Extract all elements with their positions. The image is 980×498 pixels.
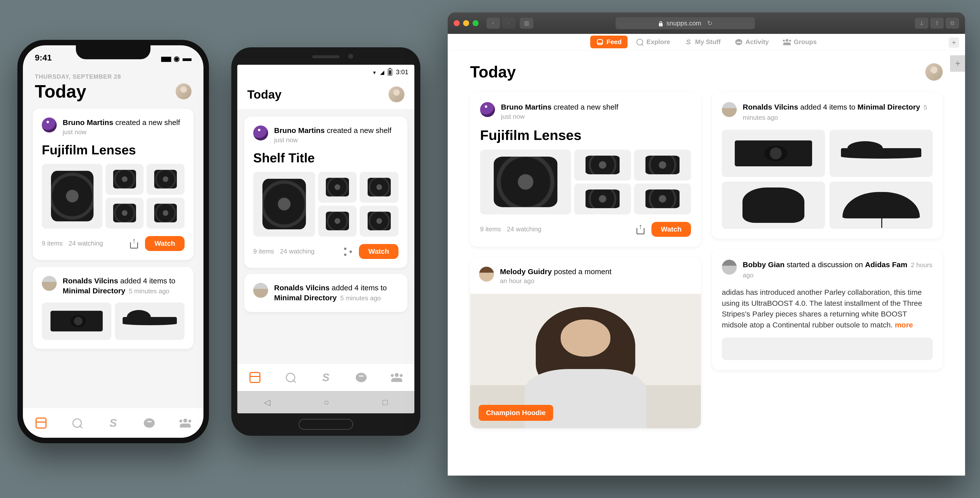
item-thumb[interactable]	[253, 172, 315, 236]
item-thumb[interactable]	[574, 184, 631, 214]
author-name[interactable]: Bruno Martins	[274, 126, 325, 134]
tab-activity[interactable]	[355, 372, 367, 383]
author-name[interactable]: Bruno Martins	[63, 118, 113, 126]
author-avatar[interactable]	[480, 102, 495, 117]
status-time: 3:01	[396, 68, 409, 76]
author-avatar[interactable]	[42, 276, 57, 291]
nav-back-button[interactable]: ‹	[487, 18, 500, 29]
tab-mystuff[interactable]: S	[107, 417, 119, 429]
watch-button[interactable]: Watch	[359, 244, 398, 259]
minimize-window-button[interactable]	[463, 20, 469, 26]
shelf-link[interactable]: Minimal Directory	[858, 103, 920, 111]
feed-card-items[interactable]: Ronalds Vilcins added 4 items to Minimal…	[712, 92, 943, 239]
item-thumb[interactable]	[634, 150, 691, 180]
item-thumb[interactable]	[360, 206, 398, 236]
group-link[interactable]: Adidas Fam	[865, 260, 907, 269]
item-thumb[interactable]	[480, 150, 571, 214]
tab-explore[interactable]	[285, 372, 296, 383]
item-thumb[interactable]	[722, 130, 825, 177]
android-back-button[interactable]	[264, 397, 270, 407]
author-name[interactable]: Bobby Gian	[743, 260, 784, 269]
item-thumb[interactable]	[634, 184, 691, 214]
item-thumb[interactable]	[105, 164, 143, 195]
author-name[interactable]: Ronalds Vilcins	[743, 103, 798, 111]
nav-activity[interactable]: Activity	[729, 36, 775, 48]
read-more-link[interactable]: more	[895, 321, 913, 329]
feed-card-discussion[interactable]: Bobby Gian started a discussion on Adida…	[712, 250, 943, 370]
product-tag[interactable]: Champion Hoodie	[479, 405, 553, 421]
android-home-button[interactable]	[324, 397, 329, 407]
share-button[interactable]: ⇪	[930, 18, 944, 29]
item-thumb[interactable]	[829, 130, 933, 177]
feed-card-shelf[interactable]: Bruno Martins created a new shelf just n…	[244, 117, 407, 268]
tabs-button[interactable]: ⧉	[946, 18, 959, 29]
item-thumb[interactable]	[318, 172, 357, 203]
item-thumb[interactable]	[722, 182, 825, 229]
item-thumb[interactable]	[42, 303, 111, 340]
item-thumb[interactable]	[146, 198, 185, 228]
share-icon[interactable]	[343, 246, 353, 257]
tab-feed[interactable]	[35, 417, 47, 429]
close-window-button[interactable]	[454, 20, 460, 26]
user-avatar[interactable]	[925, 63, 943, 81]
tab-groups[interactable]	[179, 417, 191, 429]
item-thumb[interactable]	[105, 198, 143, 228]
author-avatar[interactable]	[722, 260, 737, 275]
nav-mystuff[interactable]: SMy Stuff	[679, 36, 727, 48]
watch-button[interactable]: Watch	[651, 222, 691, 237]
tab-feed[interactable]	[249, 372, 261, 383]
shelf-title[interactable]: Fujifilm Lenses	[42, 142, 185, 157]
author-avatar[interactable]	[479, 267, 494, 282]
new-tab-button[interactable]: +	[950, 55, 965, 72]
item-thumb[interactable]	[115, 303, 185, 340]
item-thumb[interactable]	[574, 150, 631, 180]
share-icon[interactable]	[635, 224, 646, 234]
address-bar[interactable]: snupps.com	[616, 17, 755, 29]
shelf-title[interactable]: Shelf Title	[253, 150, 398, 165]
nav-explore[interactable]: Explore	[630, 36, 676, 48]
feed-card-items[interactable]: Ronalds Vilcins added 4 items to Minimal…	[33, 267, 194, 349]
tab-explore[interactable]	[71, 417, 83, 429]
nav-groups[interactable]: Groups	[777, 36, 822, 48]
author-avatar[interactable]	[253, 283, 268, 298]
feed-card-items[interactable]: Ronalds Vilcins added 4 items to Minimal…	[244, 274, 407, 312]
sidebar-toggle-button[interactable]: ▥	[520, 18, 533, 29]
feed-card-shelf[interactable]: Bruno Martins created a new shelf just n…	[470, 92, 701, 247]
author-avatar[interactable]	[42, 118, 57, 132]
chat-icon	[735, 39, 742, 45]
nav-feed[interactable]: Feed	[590, 36, 628, 48]
author-name[interactable]: Melody Guidry	[500, 267, 552, 276]
user-avatar[interactable]	[388, 86, 404, 102]
author-name[interactable]: Bruno Martins	[501, 103, 551, 111]
item-thumb[interactable]	[829, 182, 933, 229]
shelf-link[interactable]: Minimal Directory	[63, 287, 126, 295]
watch-button[interactable]: Watch	[145, 236, 185, 251]
moment-image[interactable]: Champion Hoodie	[470, 294, 701, 428]
nav-forward-button[interactable]: ›	[502, 18, 515, 29]
page-header: THURSDAY, SEPTEMBER 28 Today	[23, 63, 204, 102]
feed-card-shelf[interactable]: Bruno Martins created a new shelf just n…	[33, 109, 194, 260]
downloads-button[interactable]: ⤓	[915, 18, 928, 29]
add-button[interactable]: +	[949, 37, 959, 48]
item-thumb[interactable]	[42, 164, 102, 228]
user-avatar[interactable]	[176, 83, 191, 99]
author-name[interactable]: Ronalds Vilcins	[274, 284, 329, 292]
shelf-title[interactable]: Fujifilm Lenses	[480, 127, 691, 143]
attachment-placeholder[interactable]	[722, 338, 933, 360]
item-thumb[interactable]	[318, 206, 357, 236]
shelf-link[interactable]: Minimal Directory	[274, 294, 337, 302]
author-name[interactable]: Ronalds Vilcins	[63, 277, 118, 285]
feed-card-moment[interactable]: Melody Guidry posted a moment an hour ag…	[470, 258, 701, 429]
share-icon[interactable]	[129, 239, 139, 249]
tab-groups[interactable]	[391, 372, 403, 383]
item-thumb[interactable]	[360, 172, 398, 203]
snupps-icon: S	[322, 371, 329, 384]
author-avatar[interactable]	[722, 102, 737, 117]
reload-icon[interactable]	[704, 19, 713, 27]
tab-activity[interactable]	[143, 417, 155, 429]
author-avatar[interactable]	[253, 126, 268, 140]
tab-mystuff[interactable]: S	[320, 372, 332, 383]
item-thumb[interactable]	[146, 164, 185, 195]
android-recents-button[interactable]	[383, 397, 388, 407]
maximize-window-button[interactable]	[473, 20, 479, 26]
